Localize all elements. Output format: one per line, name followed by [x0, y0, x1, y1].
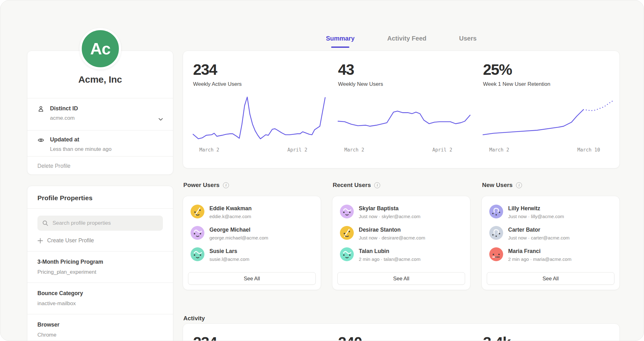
tab-label: Summary [326, 35, 354, 42]
tab-users[interactable]: Users [457, 35, 479, 47]
avatar-face [489, 205, 503, 218]
tab-summary[interactable]: Summary [324, 35, 356, 47]
user-list-item[interactable]: Desirae StantonJust now · desirare@acme.… [340, 226, 465, 240]
stat-week-1-new-user-retention: 25%Week 1 New User RetentionMarch 2March… [483, 62, 620, 153]
distinct-id-row[interactable]: Distinct ID acme.com [27, 98, 173, 130]
distinct-id-value: acme.com [50, 115, 78, 121]
create-user-profile-button[interactable]: Create User Profile [37, 231, 163, 251]
user-meta: 2 min ago · maria@acme.com [508, 256, 571, 262]
user-name: Desirae Stanton [359, 227, 425, 233]
see-all-button[interactable]: See All [337, 272, 465, 285]
x-axis-label: March 2 [199, 147, 219, 153]
user-name: Talan Lubin [359, 248, 420, 255]
user-avatar [340, 247, 354, 261]
distinct-id-label: Distinct ID [50, 105, 78, 112]
sparkline-chart [483, 93, 620, 143]
updated-at-label: Updated at [50, 136, 112, 143]
activity-card: 2342403.4k [183, 323, 620, 341]
user-sections: Power UsersiEddie Kwakmaneddie.k@acme.co… [183, 181, 620, 290]
property-value: Pricing_plan_experiment [37, 269, 163, 275]
search-icon [42, 220, 48, 226]
section-title: Recent Users [333, 182, 371, 189]
delete-profile-button[interactable]: Delete Profile [27, 156, 173, 175]
property-name: 3-Month Pricing Program [37, 259, 163, 265]
user-text: Lilly HerwitzJust now · lilly@acme.com [508, 205, 564, 219]
section-header: Recent Usersi [332, 181, 470, 189]
user-list-card: Lilly HerwitzJust now · lilly@acme.comCa… [481, 196, 620, 290]
section-power-users: Power UsersiEddie Kwakmaneddie.k@acme.co… [183, 181, 321, 290]
x-axis-label: March 2 [489, 147, 509, 153]
user-list-item[interactable]: Maria Franci2 min ago · maria@acme.com [489, 247, 614, 262]
activity-stat-value: 3.4k [483, 335, 628, 341]
user-name: Carter Bator [508, 227, 569, 233]
create-user-profile-label: Create User Profile [47, 237, 94, 244]
tab-activity-feed[interactable]: Activity Feed [386, 35, 428, 47]
stat-value: 43 [338, 62, 483, 77]
stat-label: Weekly New Users [338, 81, 483, 87]
search-input[interactable] [52, 220, 158, 227]
activity-stats-row: 2342403.4k [183, 324, 619, 341]
activity-title: Activity [183, 315, 205, 322]
user-list-item[interactable]: George Michaelgeorge.michael@acme.com [191, 226, 316, 240]
property-row[interactable]: Bounce Categoryinactive-mailbox [27, 283, 173, 314]
see-all-button[interactable]: See All [188, 272, 316, 285]
section-header: New Usersi [481, 181, 620, 189]
property-name: Browser [37, 322, 163, 328]
user-name: George Michael [209, 227, 268, 233]
user-text: Talan Lubin2 min ago · talan@acme.com [359, 247, 420, 262]
info-icon[interactable]: i [223, 182, 229, 188]
profile-properties-search[interactable] [37, 216, 163, 231]
sparkline-svg [483, 93, 615, 143]
user-meta: Just now · desirare@acme.com [359, 235, 425, 240]
user-avatar [191, 226, 204, 240]
stat-label: Week 1 New User Retention [483, 81, 620, 87]
see-all-button[interactable]: See All [487, 272, 614, 285]
summary-stats-card: 234Weekly Active UsersMarch 2April 243We… [183, 51, 620, 168]
property-row[interactable]: 3-Month Pricing ProgramPricing_plan_expe… [27, 251, 173, 283]
user-list-item[interactable]: Susie Larssusie.l@acme.com [191, 247, 316, 262]
activity-stat-value: 240 [338, 335, 483, 341]
user-list-item[interactable]: Eddie Kwakmaneddie.k@acme.com [191, 205, 316, 219]
user-list-item[interactable]: Talan Lubin2 min ago · talan@acme.com [340, 247, 465, 262]
user-text: Susie Larssusie.l@acme.com [209, 247, 249, 262]
user-text: Eddie Kwakmaneddie.k@acme.com [209, 205, 252, 219]
active-tab-underline [331, 47, 349, 48]
chevron-down-icon[interactable] [158, 117, 164, 122]
stat-label: Weekly Active Users [193, 81, 338, 87]
info-icon[interactable]: i [374, 182, 380, 188]
updated-at-row: Updated at Less than one minute ago [27, 130, 173, 156]
user-meta: Just now · carter@acme.com [508, 235, 569, 240]
avatar-face [340, 205, 354, 218]
user-text: Skylar BaptistaJust now · skyler@acme.co… [359, 205, 420, 219]
property-value: inactive-mailbox [37, 300, 163, 307]
user-meta: Just now · lilly@acme.com [508, 214, 564, 219]
stat-weekly-new-users: 43Weekly New UsersMarch 2April 2 [338, 62, 483, 153]
x-axis-labels: March 2April 2 [193, 147, 325, 153]
section-header: Power Usersi [183, 181, 321, 189]
activity-stat: 234 [193, 335, 338, 341]
user-list-item[interactable]: Carter BatorJust now · carter@acme.com [489, 226, 614, 240]
user-text: George Michaelgeorge.michael@acme.com [209, 226, 268, 240]
avatar-face [340, 226, 354, 240]
company-name: Acme, Inc [27, 74, 173, 85]
user-meta: eddie.k@acme.com [209, 214, 252, 219]
x-axis-label: April 2 [287, 147, 307, 153]
x-axis-label: March 10 [577, 147, 600, 153]
info-icon[interactable]: i [516, 182, 522, 188]
user-avatar [191, 247, 204, 261]
property-row[interactable]: BrowserChrome [27, 314, 173, 341]
user-list-item[interactable]: Skylar BaptistaJust now · skyler@acme.co… [340, 205, 465, 219]
user-list-item[interactable]: Lilly HerwitzJust now · lilly@acme.com [489, 205, 614, 219]
sparkline-chart [193, 93, 338, 143]
stat-value: 234 [193, 62, 338, 77]
plus-icon [37, 238, 43, 244]
person-icon [37, 106, 44, 113]
user-text: Desirae StantonJust now · desirare@acme.… [359, 226, 425, 240]
section-title: New Users [482, 182, 513, 189]
updated-at-value: Less than one minute ago [50, 146, 112, 152]
tab-bar: SummaryActivity FeedUsers [183, 35, 620, 47]
activity-stat: 3.4k [483, 335, 628, 341]
activity-stat: 240 [338, 335, 483, 341]
activity-stat-value: 234 [193, 335, 338, 341]
profile-properties-title: Profile Properties [27, 186, 173, 208]
